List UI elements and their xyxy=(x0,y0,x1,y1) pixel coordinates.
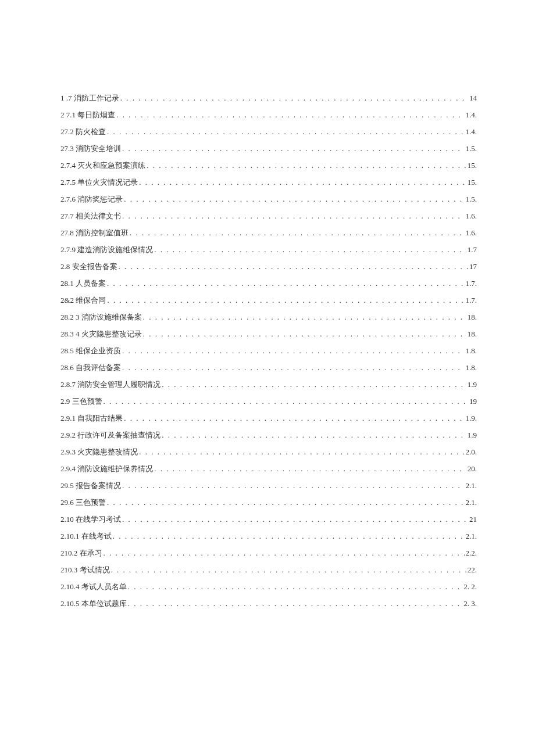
toc-label: 27.3 消防安全培训 xyxy=(60,144,121,154)
toc-entry: 28.1 人员备案1.7. xyxy=(60,278,477,289)
toc-label: 2.10.5 本单位试题库 xyxy=(60,599,127,609)
toc-page-number: 20. xyxy=(468,464,477,474)
toc-leader-dots xyxy=(107,127,465,137)
toc-entry: 2.8 安全报告备案17 xyxy=(60,261,477,272)
toc-label: 29.5 报告备案情况 xyxy=(60,481,121,491)
toc-page-number: 1.8. xyxy=(466,346,477,356)
toc-label: 28.2 3 消防设施维保备案 xyxy=(60,312,142,323)
toc-page-number: 15. xyxy=(468,161,477,170)
toc-label: 2.9.2 行政许可及备案抽查情况 xyxy=(60,430,160,440)
toc-entry: 2.7.6 消防奖惩记录1.5. xyxy=(60,194,477,205)
toc-label: 2.10.4 考试人员名单 xyxy=(60,582,127,592)
toc-label: 2.7.6 消防奖惩记录 xyxy=(60,194,123,205)
toc-page-number: 1.4. xyxy=(466,110,477,120)
toc-label: 210.2 在承习 xyxy=(60,548,102,558)
toc-entry: 210.2 在承习2.2. xyxy=(60,548,477,558)
toc-page-number: 1.8. xyxy=(466,363,477,372)
toc-entry: 27.8 消防控制室值班1.6. xyxy=(60,228,477,238)
toc-entry: 27.3 消防安全培训1.5. xyxy=(60,144,477,154)
toc-page-number: 2. 2. xyxy=(463,582,477,592)
toc-label: 2.7.4 灭火和应急预案演练 xyxy=(60,160,145,171)
toc-entry: 2.10.4 考试人员名单2. 2. xyxy=(60,582,477,592)
toc-leader-dots xyxy=(162,431,466,440)
toc-leader-dots xyxy=(122,363,465,372)
toc-leader-dots xyxy=(128,599,463,608)
toc-label: 2.8 安全报告备案 xyxy=(60,261,117,272)
toc-page-number: 14 xyxy=(469,94,477,103)
toc-page-number: 1.7 xyxy=(468,245,477,255)
toc-entry: 1 .7 消防工作记录14 xyxy=(60,93,477,103)
toc-label: 28.3 4 火灾隐患整改记录 xyxy=(60,329,142,339)
table-of-contents: 1 .7 消防工作记录142 7.1 每日防烟查1.4.27.2 防火检查1.4… xyxy=(60,93,477,609)
toc-entry: 28.2 3 消防设施维保备案18. xyxy=(60,312,477,323)
toc-page-number: 17 xyxy=(469,262,477,271)
toc-page-number: 2.1. xyxy=(466,481,477,490)
toc-page-number: 2.1. xyxy=(466,498,477,507)
toc-leader-dots xyxy=(139,178,466,187)
toc-leader-dots xyxy=(107,296,464,305)
toc-entry: 2.9.4 消防设施维护保养情况20. xyxy=(60,464,477,474)
toc-leader-dots xyxy=(124,414,464,423)
toc-leader-dots xyxy=(104,549,465,558)
toc-label: 2 7.1 每日防烟查 xyxy=(60,110,115,120)
toc-page-number: 1.9 xyxy=(468,431,477,440)
toc-page-number: 1.9 xyxy=(468,380,477,389)
toc-page-number: 19 xyxy=(469,397,477,406)
toc-leader-dots xyxy=(124,195,464,204)
toc-leader-dots xyxy=(154,245,466,255)
toc-leader-dots xyxy=(113,532,465,541)
toc-label: 28.5 维保企业资质 xyxy=(60,346,121,356)
toc-page-number: 1.9. xyxy=(466,414,477,423)
toc-page-number: 18. xyxy=(468,329,477,339)
toc-label: 2.7.5 单位火灾情况记录 xyxy=(60,177,138,188)
toc-entry: 28.5 维保企业资质1.8. xyxy=(60,346,477,356)
toc-entry: 2.9.1 自我阳古结果1.9. xyxy=(60,413,477,424)
toc-page-number: 2.1. xyxy=(466,532,477,541)
toc-leader-dots xyxy=(122,212,465,221)
toc-entry: 2.7.4 灭火和应急预案演练15. xyxy=(60,160,477,171)
toc-label: 29.6 三色预警 xyxy=(60,497,106,508)
toc-label: 2.9.1 自我阳古结果 xyxy=(60,413,123,424)
toc-entry: 2.10.5 本单位试题库2. 3. xyxy=(60,599,477,609)
toc-entry: 2.9.2 行政许可及备案抽查情况1.9 xyxy=(60,430,477,440)
toc-page-number: 1.5. xyxy=(466,144,477,153)
toc-label: 2.9.3 火灾隐患整改情况 xyxy=(60,447,138,457)
toc-entry: 2.7.5 单位火灾情况记录15. xyxy=(60,177,477,188)
toc-entry: 2.9 三色预警19 xyxy=(60,396,477,407)
toc-leader-dots xyxy=(107,279,465,288)
toc-leader-dots xyxy=(162,380,466,389)
toc-page-number: 1.6. xyxy=(466,212,477,221)
toc-leader-dots xyxy=(122,144,465,153)
toc-entry: 29.6 三色预警2.1. xyxy=(60,497,477,508)
toc-label: 2.9.4 消防设施维护保养情况 xyxy=(60,464,153,474)
toc-page-number: 1.7. xyxy=(466,279,477,288)
toc-label: 27.2 防火检查 xyxy=(60,127,106,137)
toc-entry: 2&2 维保合同1.7. xyxy=(60,295,477,306)
toc-entry: 29.5 报告备案情况2.1. xyxy=(60,481,477,491)
toc-label: 2&2 维保合同 xyxy=(60,295,106,306)
toc-leader-dots xyxy=(119,262,469,271)
toc-label: 2.10 在线学习考试 xyxy=(60,514,121,525)
toc-leader-dots xyxy=(116,110,464,120)
toc-label: 27.8 消防控制室值班 xyxy=(60,228,129,238)
toc-leader-dots xyxy=(154,464,466,474)
toc-page-number: 2.0. xyxy=(466,447,477,457)
toc-leader-dots xyxy=(143,329,466,339)
toc-leader-dots xyxy=(111,565,466,575)
toc-page-number: 2. 3. xyxy=(463,599,477,608)
toc-entry: 2.8.7 消防安全管理人履职情况1.9 xyxy=(60,379,477,390)
toc-leader-dots xyxy=(128,582,463,592)
toc-page-number: 15. xyxy=(468,178,477,187)
toc-leader-dots xyxy=(120,94,468,103)
toc-entry: 2.9.3 火灾隐患整改情况2.0. xyxy=(60,447,477,457)
toc-page-number: 1.4. xyxy=(466,127,477,137)
toc-leader-dots xyxy=(122,481,465,490)
toc-page-number: 1.7. xyxy=(466,296,477,305)
toc-leader-dots xyxy=(139,447,464,457)
toc-label: 28.6 自我评估备案 xyxy=(60,363,121,373)
toc-label: 2.9 三色预警 xyxy=(60,396,102,407)
toc-page-number: 2.2. xyxy=(466,549,477,558)
toc-page-number: 1.5. xyxy=(466,195,477,204)
toc-label: 2.10.1 在线考试 xyxy=(60,531,112,542)
toc-entry: 28.6 自我评估备案1.8. xyxy=(60,363,477,373)
